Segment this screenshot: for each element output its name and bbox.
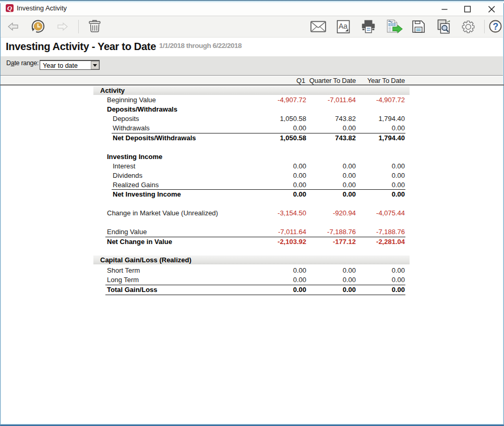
svg-text:Aa: Aa bbox=[339, 22, 347, 30]
svg-text:?: ? bbox=[493, 21, 498, 32]
